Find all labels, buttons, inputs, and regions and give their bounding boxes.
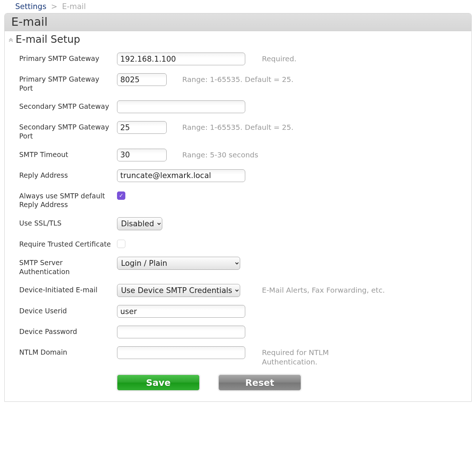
reply-address-label: Reply Address (19, 169, 117, 180)
reset-button[interactable]: Reset (218, 375, 301, 391)
primary-gateway-input[interactable] (117, 53, 245, 65)
smtp-timeout-help: Range: 5-30 seconds (182, 149, 320, 160)
ntlm-domain-label: NTLM Domain (19, 346, 117, 357)
use-ssl-tls-label: Use SSL/TLS (19, 217, 117, 228)
device-email-help: E-Mail Alerts, Fax Forwarding, etc. (247, 284, 385, 295)
secondary-port-help: Range: 1-65535. Default = 25. (182, 121, 320, 132)
require-trusted-checkbox[interactable] (117, 240, 125, 248)
smtp-auth-select[interactable]: Login / Plain (117, 257, 240, 270)
email-panel: E-mail E-mail Setup Primary SMTP Gateway… (4, 13, 472, 402)
primary-port-input[interactable] (117, 73, 167, 86)
device-password-input[interactable] (117, 326, 245, 338)
panel-title: E-mail (5, 13, 471, 31)
secondary-port-label: Secondary SMTP Gateway Port (19, 121, 117, 140)
reply-address-input[interactable] (117, 169, 245, 182)
device-userid-input[interactable] (117, 305, 245, 318)
breadcrumb: Settings > E-mail (0, 0, 476, 13)
section-header[interactable]: E-mail Setup (5, 31, 471, 46)
device-email-select[interactable]: Use Device SMTP Credentials (117, 284, 240, 297)
save-button[interactable]: Save (117, 375, 200, 391)
form-area: Primary SMTP Gateway Required. Primary S… (5, 46, 471, 401)
ntlm-domain-help: Required for NTLM Authentication. (247, 346, 385, 367)
secondary-port-input[interactable] (117, 121, 167, 134)
smtp-timeout-label: SMTP Timeout (19, 149, 117, 159)
breadcrumb-current: E-mail (62, 2, 86, 11)
secondary-gateway-input[interactable] (117, 100, 245, 113)
section-title: E-mail Setup (16, 33, 80, 45)
require-trusted-label: Require Trusted Certificate (19, 238, 117, 249)
always-default-reply-checkbox[interactable]: ✓ (117, 191, 125, 200)
device-password-label: Device Password (19, 326, 117, 336)
primary-port-label: Primary SMTP Gateway Port (19, 73, 117, 92)
ntlm-domain-input[interactable] (117, 346, 245, 359)
secondary-gateway-label: Secondary SMTP Gateway (19, 100, 117, 111)
primary-port-help: Range: 1-65535. Default = 25. (182, 73, 320, 84)
breadcrumb-sep: > (51, 2, 58, 11)
use-ssl-tls-select[interactable]: Disabled (117, 217, 162, 230)
collapse-icon[interactable] (7, 36, 15, 44)
breadcrumb-root[interactable]: Settings (15, 2, 46, 11)
smtp-timeout-input[interactable] (117, 149, 167, 161)
device-userid-label: Device Userid (19, 305, 117, 315)
primary-gateway-help: Required. (247, 53, 385, 63)
device-email-label: Device-Initiated E-mail (19, 284, 117, 294)
primary-gateway-label: Primary SMTP Gateway (19, 53, 117, 63)
smtp-auth-label: SMTP Server Authentication (19, 257, 117, 276)
always-default-reply-label: Always use SMTP default Reply Address (19, 190, 117, 209)
